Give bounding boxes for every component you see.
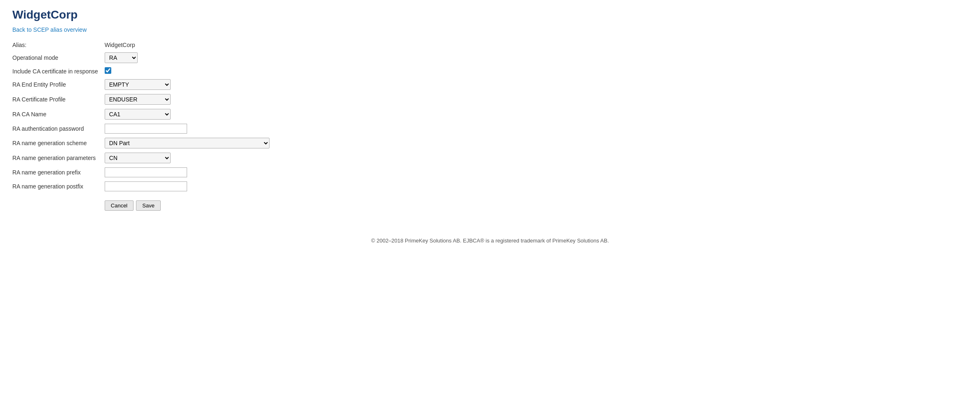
ra-end-entity-profile-row: RA End Entity Profile EMPTY [12,77,273,92]
cancel-button[interactable]: Cancel [105,200,134,211]
page-title: WidgetCorp [12,8,968,21]
ra-auth-password-input[interactable] [105,124,187,134]
ra-name-generation-scheme-label: RA name generation scheme [12,136,105,151]
ra-name-generation-prefix-label: RA name generation prefix [12,165,105,179]
ra-name-generation-parameters-select[interactable]: CN O OU C [105,153,171,163]
alias-value: WidgetCorp [105,40,273,50]
save-button[interactable]: Save [136,200,161,211]
ra-ca-name-row: RA CA Name CA1 [12,107,273,122]
ra-ca-name-label: RA CA Name [12,107,105,122]
ra-end-entity-profile-label: RA End Entity Profile [12,77,105,92]
include-ca-row: Include CA certificate in response [12,65,273,77]
ra-name-generation-parameters-label: RA name generation parameters [12,151,105,165]
operational-mode-select[interactable]: RA CA [105,52,138,63]
ra-end-entity-profile-select[interactable]: EMPTY [105,79,171,90]
back-link[interactable]: Back to SCEP alias overview [12,26,968,33]
ra-certificate-profile-select[interactable]: ENDUSER [105,94,171,105]
alias-label: Alias: [12,40,105,50]
ra-name-generation-postfix-row: RA name generation postfix [12,179,273,193]
ra-name-generation-parameters-row: RA name generation parameters CN O OU C [12,151,273,165]
ra-name-generation-scheme-select[interactable]: DN Part Username Fixed Background DN Par… [105,138,270,148]
operational-mode-row: Operational mode RA CA [12,50,273,65]
include-ca-checkbox[interactable] [105,67,111,74]
form-table: Alias: WidgetCorp Operational mode RA CA… [12,40,273,213]
operational-mode-label: Operational mode [12,50,105,65]
ra-certificate-profile-label: RA Certificate Profile [12,92,105,107]
footer: © 2002–2018 PrimeKey Solutions AB. EJBCA… [12,238,968,244]
ra-name-generation-postfix-label: RA name generation postfix [12,179,105,193]
button-row: Cancel Save [12,193,273,213]
ra-auth-password-label: RA authentication password [12,122,105,136]
ra-name-generation-prefix-row: RA name generation prefix [12,165,273,179]
ra-auth-password-row: RA authentication password [12,122,273,136]
ra-certificate-profile-row: RA Certificate Profile ENDUSER [12,92,273,107]
ra-ca-name-select[interactable]: CA1 [105,109,171,120]
ra-name-generation-scheme-row: RA name generation scheme DN Part Userna… [12,136,273,151]
include-ca-label: Include CA certificate in response [12,65,105,77]
ra-name-generation-prefix-input[interactable] [105,167,187,177]
alias-row: Alias: WidgetCorp [12,40,273,50]
ra-name-generation-postfix-input[interactable] [105,181,187,191]
